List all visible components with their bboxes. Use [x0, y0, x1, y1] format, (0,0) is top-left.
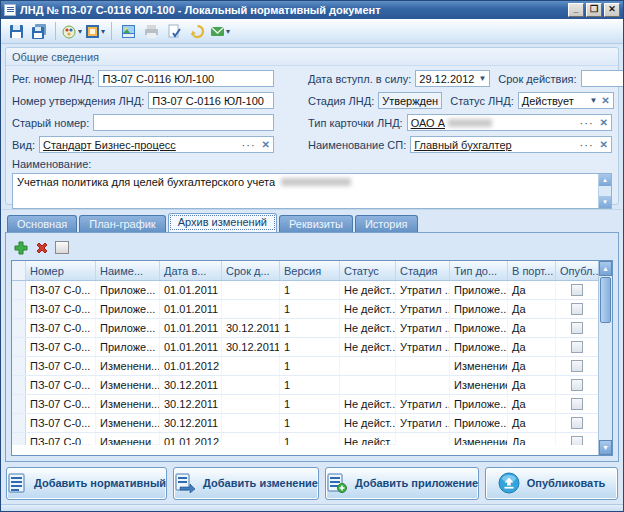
table-cell: 1 [280, 357, 340, 375]
tab-osnovnaya[interactable]: Основная [7, 215, 77, 232]
column-header[interactable]: Стадия [396, 261, 450, 280]
column-header[interactable]: В порт... [508, 261, 556, 280]
select-icon[interactable] [55, 241, 69, 254]
table-cell: 01.01.2011 [160, 319, 222, 337]
published-cell [556, 357, 598, 375]
clear-icon[interactable]: ✕ [258, 139, 270, 150]
table-row[interactable]: ПЗ-07 С-0...Приложе...01.01.20111Не дейс… [12, 281, 612, 300]
column-header[interactable]: Номер [26, 261, 96, 280]
published-checkbox[interactable] [571, 322, 583, 334]
card-type-field[interactable]: ОАО А···✕ [407, 114, 612, 131]
validity-term-combo[interactable]: ▼ [581, 70, 624, 87]
clear-icon[interactable]: ✕ [597, 95, 609, 106]
name-textarea[interactable]: Учетная политика для целей бухгалтерског… [12, 173, 612, 209]
clear-icon[interactable]: ✕ [596, 139, 608, 150]
published-checkbox[interactable] [571, 398, 583, 410]
image-export-icon[interactable] [118, 21, 138, 41]
view-mode-icon[interactable]: ▾ [85, 21, 105, 41]
kind-value[interactable]: Стандарт Бизнес-процесс [43, 139, 176, 151]
table-row[interactable]: ПЗ-07 С-0...Приложе...01.01.201130.12.20… [12, 338, 612, 357]
minimize-button[interactable]: _ [568, 3, 584, 17]
add-attachment-button[interactable]: Добавить приложение [325, 467, 479, 500]
tab-arhiv-izmeneniy[interactable]: Архив изменений [168, 213, 277, 232]
column-header[interactable]: Тип до... [450, 261, 508, 280]
published-cell [556, 338, 598, 356]
approval-number-field[interactable]: ПЗ-07 С-0116 ЮЛ-100 [148, 92, 274, 109]
close-button[interactable]: ✕ [604, 3, 620, 17]
ellipsis-button[interactable]: ··· [578, 139, 596, 151]
effective-date-combo[interactable]: 29.12.2012▼ [415, 70, 490, 87]
vertical-scrollbar[interactable]: ▲ ▼ [598, 261, 612, 455]
sp-name-value[interactable]: Главный бухгалтер [414, 139, 511, 151]
scroll-down-icon[interactable]: ▼ [599, 440, 612, 455]
textarea-scrollbar[interactable]: ▲ ▼ [598, 174, 611, 208]
scroll-up-icon[interactable]: ▲ [599, 261, 612, 276]
redacted-text [448, 119, 492, 127]
tab-rekvizity[interactable]: Реквизиты [279, 215, 353, 232]
publish-icon [498, 472, 520, 494]
ellipsis-button[interactable]: ··· [578, 117, 596, 129]
published-cell [556, 395, 598, 413]
published-checkbox[interactable] [571, 417, 583, 429]
add-normative-button[interactable]: Добавить нормативный [6, 467, 167, 500]
published-checkbox[interactable] [571, 436, 583, 445]
table-row[interactable]: ПЗ-07 С-0...Изменени...01.01.20121Не дей… [12, 433, 612, 445]
published-checkbox[interactable] [571, 360, 583, 372]
scroll-up-icon[interactable]: ▲ [599, 174, 611, 186]
published-checkbox[interactable] [571, 303, 583, 315]
published-checkbox[interactable] [571, 341, 583, 353]
published-checkbox[interactable] [571, 379, 583, 391]
tab-plan-grafik[interactable]: План-график [79, 215, 165, 232]
maximize-button[interactable]: ❒ [586, 3, 602, 17]
style-brush-icon[interactable]: ▾ [62, 21, 82, 41]
table-cell: 1 [280, 376, 340, 394]
table-cell: ПЗ-07 С-0... [26, 319, 96, 337]
table-row[interactable]: ПЗ-07 С-0...Приложе...01.01.201130.12.20… [12, 319, 612, 338]
save-icon[interactable] [6, 21, 26, 41]
add-change-button[interactable]: Добавить изменение [173, 467, 319, 500]
column-header[interactable]: Наиме... [96, 261, 160, 280]
table-row[interactable]: ПЗ-07 С-0...Изменени...01.01.20121Измене… [12, 357, 612, 376]
published-checkbox[interactable] [571, 284, 583, 296]
column-header[interactable]: Опубл... [556, 261, 598, 280]
old-number-field[interactable] [93, 114, 274, 131]
chevron-down-icon[interactable]: ▼ [474, 74, 486, 83]
table-row[interactable]: ПЗ-07 С-0...Изменени...30.12.20111Не дей… [12, 395, 612, 414]
column-header[interactable]: Срок д... [222, 261, 280, 280]
clear-icon[interactable]: ✕ [596, 117, 608, 128]
card-type-value[interactable]: ОАО А [411, 117, 445, 129]
table-cell: Приложе... [450, 414, 508, 432]
add-row-icon[interactable] [13, 240, 29, 256]
table-cell: Да [508, 357, 556, 375]
save-all-icon[interactable] [29, 21, 49, 41]
table-cell: Не дейст... [340, 338, 396, 356]
column-header[interactable]: Версия [280, 261, 340, 280]
table-cell: Да [508, 376, 556, 394]
chevron-down-icon[interactable]: ▼ [585, 96, 597, 105]
ellipsis-button[interactable]: ··· [240, 139, 258, 151]
table-row[interactable]: ПЗ-07 С-0...Изменени...30.12.20111Измене… [12, 376, 612, 395]
scroll-thumb[interactable] [600, 277, 611, 323]
column-header[interactable]: Статус [340, 261, 396, 280]
table-cell: Не дейст... [340, 433, 396, 445]
reg-number-field[interactable]: ПЗ-07 С-0116 ЮЛ-100 [98, 70, 274, 87]
table-cell: ПЗ-07 С-0... [26, 376, 96, 394]
table-cell: Приложе... [96, 319, 160, 337]
table-cell: Приложе... [96, 338, 160, 356]
tab-istoriya[interactable]: История [355, 215, 418, 232]
kind-field[interactable]: Стандарт Бизнес-процесс···✕ [39, 136, 274, 153]
row-indicator [12, 433, 26, 445]
publish-button[interactable]: Опубликовать [485, 467, 618, 500]
scroll-down-icon[interactable]: ▼ [599, 196, 611, 208]
page-check-icon[interactable] [164, 21, 184, 41]
column-header[interactable]: Дата в... [160, 261, 222, 280]
table-cell: Утратил ... [396, 300, 450, 318]
table-row[interactable]: ПЗ-07 С-0...Изменени...30.12.20111Не дей… [12, 414, 612, 433]
status-combo[interactable]: Действует▼✕ [518, 92, 614, 109]
print-icon[interactable] [141, 21, 161, 41]
table-row[interactable]: ПЗ-07 С-0...Приложе...01.01.20111Не дейс… [12, 300, 612, 319]
sp-name-field[interactable]: Главный бухгалтер···✕ [410, 136, 612, 153]
send-mail-icon[interactable]: ▾ [210, 21, 230, 41]
delete-row-icon[interactable] [34, 240, 50, 256]
refresh-icon[interactable] [187, 21, 207, 41]
